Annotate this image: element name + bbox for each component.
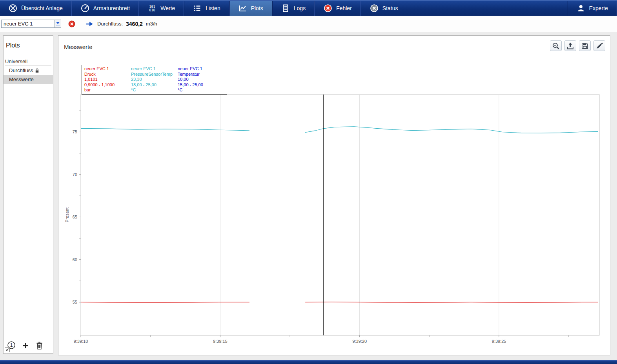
- tab-label: Logs: [294, 5, 306, 11]
- tab-plots[interactable]: Plots: [229, 1, 272, 16]
- delete-plot-button[interactable]: [35, 341, 44, 350]
- legend-name: PressureSensorTemp: [131, 72, 178, 77]
- sidebar-item-durchfluss[interactable]: Durchfluss: [4, 66, 53, 75]
- list-icon: [193, 4, 202, 13]
- device-error-icon: [68, 20, 75, 27]
- tab-label: Armaturenbrett: [93, 5, 130, 11]
- top-nav: Übersicht Anlage Armaturenbrett 101010 W…: [0, 0, 617, 16]
- plant-overview-icon: [9, 4, 17, 13]
- legend-range: 18,00 - 25,00: [131, 82, 178, 88]
- chart-legend: neuer EVC 1 Druck 1,0101 0,9000 - 1,1000…: [82, 65, 227, 95]
- svg-text:9:39:10: 9:39:10: [74, 339, 88, 344]
- tab-status[interactable]: Status: [361, 1, 407, 16]
- lock-icon: [35, 68, 39, 73]
- svg-text:9:39:25: 9:39:25: [492, 339, 506, 344]
- edit-button[interactable]: [593, 40, 605, 51]
- flow-unit: m3/h: [146, 21, 157, 27]
- plot-title: Messwerte: [64, 44, 93, 50]
- tab-armaturenbrett[interactable]: Armaturenbrett: [72, 1, 139, 16]
- legend-name: Temperatur: [178, 72, 224, 77]
- legend-device: neuer EVC 1: [131, 66, 178, 72]
- svg-text:010: 010: [149, 8, 155, 12]
- tab-listen[interactable]: Listen: [184, 1, 229, 16]
- flow-value: 3460,2: [126, 21, 143, 27]
- legend-unit: °C: [178, 87, 224, 93]
- sidebar-group-universell: Universell: [5, 58, 51, 66]
- add-plot-button[interactable]: [22, 341, 29, 350]
- logs-document-icon: [281, 4, 290, 13]
- svg-text:70: 70: [73, 172, 77, 177]
- tab-fehler[interactable]: Fehler: [315, 1, 361, 16]
- tab-logs[interactable]: Logs: [272, 1, 315, 16]
- toolbar-divider: [259, 19, 259, 29]
- legend-series-temperatur: neuer EVC 1 Temperatur 10,00 15,00 - 25,…: [178, 66, 224, 93]
- tab-label: Werte: [160, 5, 175, 11]
- legend-device: neuer EVC 1: [178, 66, 224, 72]
- sidebar-item-label: Messwerte: [9, 76, 34, 82]
- values-binary-icon: 101010: [148, 4, 157, 13]
- page-1-button[interactable]: 1: [7, 341, 16, 350]
- flow-arrow-icon: [86, 22, 93, 26]
- trash-icon: [35, 341, 44, 350]
- user-icon: [577, 4, 585, 13]
- zoom-out-icon: [552, 42, 560, 50]
- svg-text:75: 75: [73, 129, 77, 134]
- sidebar-title: Plots: [4, 36, 53, 49]
- tab-label: Status: [382, 5, 398, 11]
- svg-text:9:39:20: 9:39:20: [352, 339, 367, 344]
- upload-icon: [566, 42, 574, 50]
- sidebar-item-label: Durchfluss: [9, 67, 33, 73]
- tab-label: Fehler: [336, 5, 352, 11]
- user-menu-experte[interactable]: Experte: [568, 1, 617, 16]
- sidebar-item-messwerte[interactable]: Messwerte: [4, 75, 53, 84]
- legend-range: 0,9000 - 1,1000: [84, 82, 131, 88]
- device-toolbar: neuer EVC 1 Durchfluss: 3460,2 m3/h: [0, 16, 617, 32]
- tab-label: Übersicht Anlage: [21, 5, 63, 11]
- plot-header: Messwerte: [58, 36, 610, 63]
- legend-unit: bar: [84, 87, 131, 93]
- svg-text:55: 55: [73, 300, 77, 304]
- legend-value: 1,0101: [84, 77, 131, 82]
- save-button[interactable]: [579, 40, 591, 51]
- chart-area[interactable]: 9:39:109:39:159:39:209:39:255560657075Pr…: [58, 63, 610, 355]
- measurement-chart[interactable]: 9:39:109:39:159:39:209:39:255560657075Pr…: [58, 63, 610, 355]
- plots-chart-icon: [238, 4, 247, 13]
- legend-value: 10,00: [178, 77, 224, 82]
- error-icon: [324, 4, 332, 13]
- legend-series-pressuresensortemp: neuer EVC 1 PressureSensorTemp 23,30 18,…: [131, 66, 178, 93]
- save-icon: [581, 42, 589, 50]
- chevron-down-icon[interactable]: [54, 20, 61, 27]
- tab-label: Listen: [206, 5, 220, 11]
- svg-text:65: 65: [73, 215, 77, 219]
- legend-unit: °C: [131, 87, 178, 93]
- tab-label: Experte: [589, 5, 608, 11]
- export-button[interactable]: [564, 40, 576, 51]
- legend-name: Druck: [84, 72, 131, 77]
- nav-spacer: [407, 1, 568, 16]
- device-select[interactable]: neuer EVC 1: [1, 20, 61, 28]
- bottom-status-bar: [0, 360, 617, 364]
- svg-text:60: 60: [73, 257, 77, 262]
- legend-range: 15,00 - 25,00: [178, 82, 224, 88]
- zoom-button[interactable]: [550, 40, 562, 51]
- tab-werte[interactable]: 101010 Werte: [139, 1, 184, 16]
- plot-toolbar: [550, 40, 605, 51]
- plots-sidebar: Plots Universell Durchfluss Messwerte 1: [3, 35, 53, 354]
- plot-panel: Messwerte 9:39:109:39:159:39:209:39:2555…: [58, 35, 610, 355]
- tab-uebersicht-anlage[interactable]: Übersicht Anlage: [0, 1, 72, 16]
- plus-icon: [22, 342, 29, 349]
- legend-device: neuer EVC 1: [84, 66, 131, 72]
- dashboard-gauge-icon: [81, 4, 89, 13]
- tab-label: Plots: [251, 5, 263, 11]
- svg-text:Prozent: Prozent: [65, 207, 69, 222]
- legend-value: 23,30: [131, 77, 178, 82]
- legend-series-druck: neuer EVC 1 Druck 1,0101 0,9000 - 1,1000…: [84, 66, 131, 93]
- pencil-icon: [595, 42, 603, 50]
- device-select-value: neuer EVC 1: [2, 21, 54, 27]
- svg-text:9:39:15: 9:39:15: [213, 339, 228, 344]
- sidebar-footer: 1: [7, 341, 44, 350]
- flow-label: Durchfluss:: [97, 21, 123, 27]
- status-icon: [370, 4, 379, 13]
- page-checkbox[interactable]: [5, 347, 10, 352]
